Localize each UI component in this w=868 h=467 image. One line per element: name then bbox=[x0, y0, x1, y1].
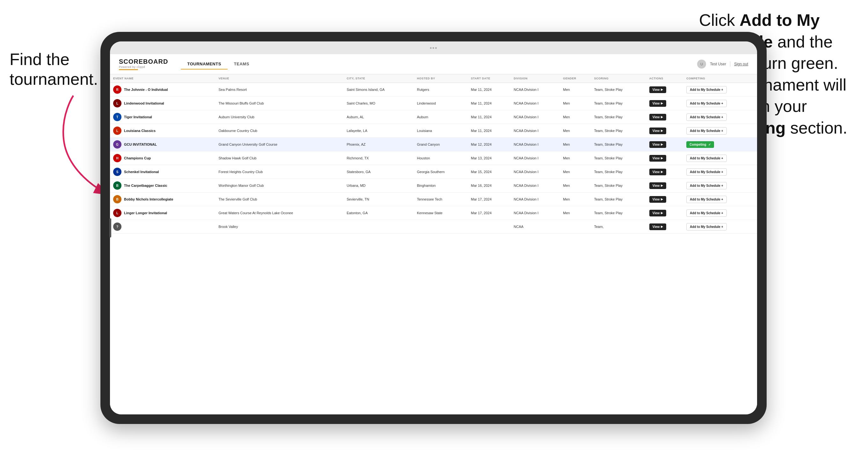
event-name-text-3: Louisiana Classics bbox=[124, 129, 156, 133]
table-row: BThe Carpetbagger ClassicWorthington Man… bbox=[110, 179, 757, 192]
view-button-8[interactable]: View ▶ bbox=[649, 196, 666, 203]
view-button-7[interactable]: View ▶ bbox=[649, 182, 666, 189]
nav-bar: SCOREBOARD Powered by clippd TOURNAMENTS… bbox=[110, 54, 757, 74]
gender-cell-6: Men bbox=[560, 165, 591, 179]
scoring-cell-6: Team, Stroke Play bbox=[591, 165, 646, 179]
view-button-0[interactable]: View ▶ bbox=[649, 86, 666, 93]
add-to-schedule-button-3[interactable]: Add to My Schedule + bbox=[686, 127, 726, 134]
tab-tournaments[interactable]: TOURNAMENTS bbox=[181, 59, 227, 69]
event-name-text-2: Tiger Invitational bbox=[124, 115, 152, 119]
add-to-schedule-button-5[interactable]: Add to My Schedule + bbox=[686, 155, 726, 162]
competing-cell-7: Add to My Schedule + bbox=[683, 179, 757, 192]
competing-cell-8: Add to My Schedule + bbox=[683, 192, 757, 206]
gender-cell-9: Men bbox=[560, 206, 591, 220]
gender-cell-2: Men bbox=[560, 110, 591, 124]
col-division: DIVISION bbox=[511, 74, 560, 83]
col-venue: VENUE bbox=[215, 74, 343, 83]
view-button-6[interactable]: View ▶ bbox=[649, 168, 666, 175]
annotation-left: Find the tournament. bbox=[9, 50, 98, 89]
venue-cell-10: Brook Valley bbox=[215, 220, 343, 234]
venue-cell-7: Worthington Manor Golf Club bbox=[215, 179, 343, 192]
logo-area: SCOREBOARD Powered by clippd bbox=[119, 58, 168, 70]
view-button-5[interactable]: View ▶ bbox=[649, 155, 666, 162]
division-cell-8: NCAA Division I bbox=[511, 192, 560, 206]
competing-cell-1: Add to My Schedule + bbox=[683, 97, 757, 110]
gender-cell-3: Men bbox=[560, 124, 591, 138]
view-button-9[interactable]: View ▶ bbox=[649, 210, 666, 216]
city-state-cell-5: Richmond, TX bbox=[343, 151, 414, 165]
actions-cell-7: View ▶ bbox=[646, 179, 683, 192]
signout-link[interactable]: Sign out bbox=[734, 62, 748, 66]
add-to-schedule-button-1[interactable]: Add to My Schedule + bbox=[686, 100, 726, 107]
division-cell-5: NCAA Division I bbox=[511, 151, 560, 165]
competing-cell-2: Add to My Schedule + bbox=[683, 110, 757, 124]
competing-cell-6: Add to My Schedule + bbox=[683, 165, 757, 179]
scoring-cell-2: Team, Stroke Play bbox=[591, 110, 646, 124]
start-date-cell-2: Mar 11, 2024 bbox=[468, 110, 510, 124]
add-to-schedule-button-10[interactable]: Add to My Schedule + bbox=[686, 223, 726, 230]
hosted-by-cell-10 bbox=[414, 220, 468, 234]
tab-teams[interactable]: TEAMS bbox=[227, 59, 256, 69]
division-cell-2: NCAA Division I bbox=[511, 110, 560, 124]
event-name-cell-9: LLinger Longer Invitational bbox=[110, 206, 215, 220]
table-header-row: EVENT NAME VENUE CITY, STATE HOSTED BY S… bbox=[110, 74, 757, 83]
start-date-cell-5: Mar 13, 2024 bbox=[468, 151, 510, 165]
start-date-cell-6: Mar 15, 2024 bbox=[468, 165, 510, 179]
table-row: SSchenkel InvitationalForest Heights Cou… bbox=[110, 165, 757, 179]
city-state-cell-0: Saint Simons Island, GA bbox=[343, 83, 414, 97]
tournaments-table: EVENT NAME VENUE CITY, STATE HOSTED BY S… bbox=[110, 74, 757, 234]
division-cell-10: NCAA bbox=[511, 220, 560, 234]
view-button-10[interactable]: View ▶ bbox=[649, 223, 666, 230]
view-button-1[interactable]: View ▶ bbox=[649, 100, 666, 107]
competing-cell-3: Add to My Schedule + bbox=[683, 124, 757, 138]
user-avatar: U bbox=[697, 60, 706, 68]
scoring-cell-5: Team, Stroke Play bbox=[591, 151, 646, 165]
add-to-schedule-button-9[interactable]: Add to My Schedule + bbox=[686, 210, 726, 217]
event-name-text-9: Linger Longer Invitational bbox=[124, 211, 167, 215]
view-button-3[interactable]: View ▶ bbox=[649, 127, 666, 134]
col-event-name: EVENT NAME bbox=[110, 74, 215, 83]
event-name-cell-1: LLindenwood Invitational bbox=[110, 97, 215, 110]
competing-cell-4: Competing ✓ bbox=[683, 138, 757, 151]
add-to-schedule-button-0[interactable]: Add to My Schedule + bbox=[686, 86, 726, 93]
hosted-by-cell-7: Binghamton bbox=[414, 179, 468, 192]
col-actions: ACTIONS bbox=[646, 74, 683, 83]
event-name-text-5: Champions Cup bbox=[124, 156, 151, 160]
scoring-cell-4: Team, Stroke Play bbox=[591, 138, 646, 151]
hosted-by-cell-2: Auburn bbox=[414, 110, 468, 124]
team-logo-1: L bbox=[113, 99, 121, 107]
tablet-screen: ●●● SCOREBOARD Powered by clippd TOURNAM… bbox=[110, 41, 757, 414]
add-to-schedule-button-6[interactable]: Add to My Schedule + bbox=[686, 168, 726, 176]
gender-cell-10 bbox=[560, 220, 591, 234]
add-to-schedule-button-7[interactable]: Add to My Schedule + bbox=[686, 182, 726, 189]
venue-cell-6: Forest Heights Country Club bbox=[215, 165, 343, 179]
start-date-cell-4: Mar 12, 2024 bbox=[468, 138, 510, 151]
city-state-cell-10 bbox=[343, 220, 414, 234]
scoring-cell-8: Team, Stroke Play bbox=[591, 192, 646, 206]
gender-cell-0: Men bbox=[560, 83, 591, 97]
actions-cell-2: View ▶ bbox=[646, 110, 683, 124]
event-name-text-0: The Johnnie - O Individual bbox=[124, 88, 168, 92]
view-button-4[interactable]: View ▶ bbox=[649, 141, 666, 148]
team-logo-5: H bbox=[113, 154, 121, 162]
actions-cell-4: View ▶ bbox=[646, 138, 683, 151]
table-row: BBobby Nichols IntercollegiateThe Sevier… bbox=[110, 192, 757, 206]
division-cell-6: NCAA Division I bbox=[511, 165, 560, 179]
event-name-cell-2: TTiger Invitational bbox=[110, 110, 215, 124]
hosted-by-cell-1: Lindenwood bbox=[414, 97, 468, 110]
competing-button-4[interactable]: Competing ✓ bbox=[686, 141, 714, 148]
city-state-cell-6: Statesboro, GA bbox=[343, 165, 414, 179]
division-cell-9: NCAA Division I bbox=[511, 206, 560, 220]
team-logo-6: S bbox=[113, 168, 121, 176]
competing-cell-5: Add to My Schedule + bbox=[683, 151, 757, 165]
venue-cell-8: The Sevierville Golf Club bbox=[215, 192, 343, 206]
logo-accent bbox=[119, 69, 138, 70]
add-to-schedule-button-2[interactable]: Add to My Schedule + bbox=[686, 114, 726, 121]
division-cell-7: NCAA Division I bbox=[511, 179, 560, 192]
add-to-schedule-button-8[interactable]: Add to My Schedule + bbox=[686, 196, 726, 203]
table-row: LLindenwood InvitationalThe Missouri Blu… bbox=[110, 97, 757, 110]
venue-cell-3: Oakbourne Country Club bbox=[215, 124, 343, 138]
view-button-2[interactable]: View ▶ bbox=[649, 114, 666, 121]
scoring-cell-1: Team, Stroke Play bbox=[591, 97, 646, 110]
venue-cell-5: Shadow Hawk Golf Club bbox=[215, 151, 343, 165]
